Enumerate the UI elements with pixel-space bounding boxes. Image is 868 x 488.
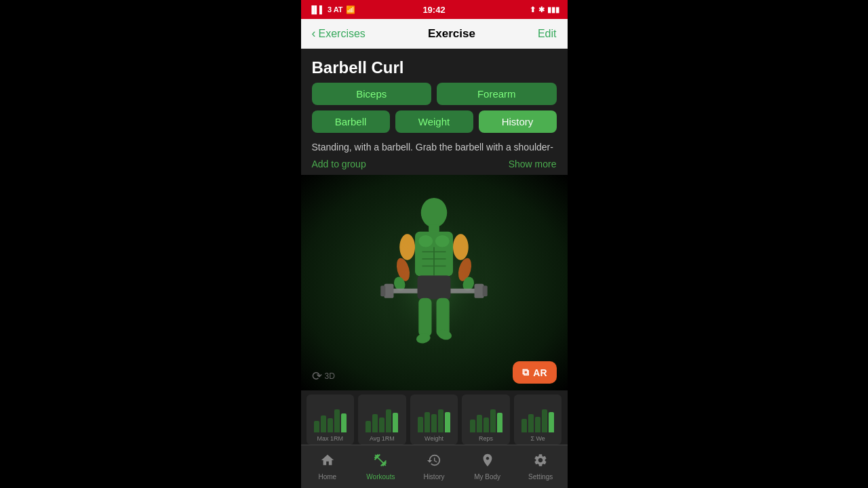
chart-bars	[359, 408, 405, 432]
settings-nav-label: Settings	[528, 473, 553, 481]
workouts-nav-icon	[373, 453, 388, 471]
bluetooth-icon: ✱	[538, 5, 545, 14]
nav-item-settings[interactable]: Settings	[514, 445, 568, 488]
bar	[334, 409, 340, 432]
chevron-left-icon: ‹	[312, 26, 316, 41]
svg-point-4	[418, 235, 433, 247]
bar	[425, 412, 430, 432]
chart-bars	[308, 408, 353, 432]
nav-title: Exercise	[428, 27, 475, 41]
3d-icon: ⟳	[312, 369, 322, 384]
history-nav-icon	[427, 453, 441, 471]
chart-label: Avg 1RM	[370, 435, 395, 442]
history-nav-label: History	[423, 473, 444, 481]
bar	[379, 418, 384, 432]
bar	[535, 417, 540, 432]
svg-rect-20	[483, 285, 488, 296]
ar-icon: ⧉	[522, 367, 529, 378]
mybody-nav-icon	[480, 453, 495, 471]
bar	[521, 419, 527, 432]
bar	[484, 418, 489, 432]
chart-card-weight[interactable]: Weight	[410, 394, 458, 445]
bar	[445, 412, 450, 432]
nav-item-workouts[interactable]: Workouts	[354, 445, 408, 488]
home-nav-icon	[320, 453, 335, 471]
status-left: ▐▌▌ 3 AT 📶	[309, 5, 355, 14]
chart-bars	[463, 408, 509, 432]
back-label: Exercises	[319, 28, 366, 40]
bar	[386, 409, 391, 432]
signal-bars-icon: ▐▌▌	[309, 5, 325, 14]
ar-button[interactable]: ⧉ AR	[513, 361, 556, 384]
bottom-nav: HomeWorkoutsHistoryMy BodySettings	[301, 445, 568, 488]
mybody-nav-label: My Body	[474, 473, 500, 481]
home-nav-label: Home	[318, 473, 336, 481]
svg-rect-17	[384, 284, 394, 298]
battery-icon: ▮▮▮	[547, 5, 559, 14]
ar-label: AR	[533, 367, 547, 378]
exercise-description: Standing, with a barbell. Grab the barbe…	[301, 138, 568, 157]
workouts-nav-label: Workouts	[366, 473, 395, 481]
bar	[477, 415, 482, 432]
chart-card-avg-1rm[interactable]: Avg 1RM	[358, 394, 406, 445]
show-more-link[interactable]: Show more	[509, 159, 557, 169]
svg-point-1	[421, 198, 448, 228]
figure-area: ⟳ 3D ⧉ AR	[301, 175, 568, 390]
nav-item-home[interactable]: Home	[301, 445, 355, 488]
tag-forearm[interactable]: Forearm	[437, 83, 557, 105]
settings-nav-icon	[533, 453, 548, 471]
bar	[418, 417, 423, 432]
toggle-row: Barbell Weight History	[301, 110, 568, 138]
content-area: Barbell Curl Biceps Forearm Barbell Weig…	[301, 49, 568, 445]
time-label: 19:42	[422, 5, 445, 15]
bar	[549, 412, 554, 432]
chart-label: Weight	[425, 435, 443, 442]
edit-button[interactable]: Edit	[538, 28, 557, 40]
tag-biceps[interactable]: Biceps	[312, 83, 432, 105]
bar	[393, 413, 398, 432]
svg-rect-21	[418, 275, 451, 299]
tab-history[interactable]: History	[479, 110, 557, 133]
nav-item-mybody[interactable]: My Body	[460, 445, 514, 488]
chart-bars	[515, 408, 561, 432]
status-right: ⬆ ✱ ▮▮▮	[530, 5, 559, 14]
chart-card-σ-we[interactable]: Σ We	[514, 394, 562, 445]
wifi-icon: 📶	[346, 5, 355, 14]
svg-point-12	[453, 234, 469, 260]
bar	[314, 421, 319, 432]
bar	[372, 414, 378, 432]
3d-view-button[interactable]: ⟳ 3D	[312, 369, 335, 384]
tab-weight[interactable]: Weight	[395, 110, 473, 133]
bar	[470, 420, 475, 432]
location-icon: ⬆	[530, 5, 536, 14]
add-to-group-link[interactable]: Add to group	[312, 159, 366, 169]
bar	[366, 421, 371, 432]
chart-label: Σ We	[530, 435, 545, 442]
svg-rect-2	[429, 224, 439, 232]
back-button[interactable]: ‹ Exercises	[312, 26, 366, 41]
tab-barbell[interactable]: Barbell	[312, 110, 390, 133]
svg-rect-18	[475, 284, 484, 298]
bar	[431, 414, 437, 432]
chart-card-max-1rm[interactable]: Max 1RM	[307, 394, 355, 445]
status-bar: ▐▌▌ 3 AT 📶 19:42 ⬆ ✱ ▮▮▮	[301, 0, 568, 19]
body-figure	[366, 188, 502, 378]
exercise-title: Barbell Curl	[301, 49, 568, 83]
svg-point-10	[399, 234, 415, 260]
chart-row: Max 1RMAvg 1RMWeightRepsΣ We	[301, 390, 568, 445]
bar	[490, 409, 496, 432]
svg-rect-19	[380, 285, 385, 296]
chart-label: Max 1RM	[317, 435, 344, 442]
nav-bar: ‹ Exercises Exercise Edit	[301, 19, 568, 49]
svg-rect-22	[418, 298, 431, 337]
3d-label: 3D	[325, 371, 335, 381]
bar	[542, 409, 547, 432]
chart-card-reps[interactable]: Reps	[462, 394, 510, 445]
bar	[528, 414, 534, 432]
muscle-tags-row: Biceps Forearm	[301, 83, 568, 110]
bar	[328, 418, 333, 432]
nav-item-history[interactable]: History	[408, 445, 461, 488]
links-row: Add to group Show more	[301, 157, 568, 175]
bar	[497, 413, 502, 432]
chart-label: Reps	[479, 435, 493, 442]
